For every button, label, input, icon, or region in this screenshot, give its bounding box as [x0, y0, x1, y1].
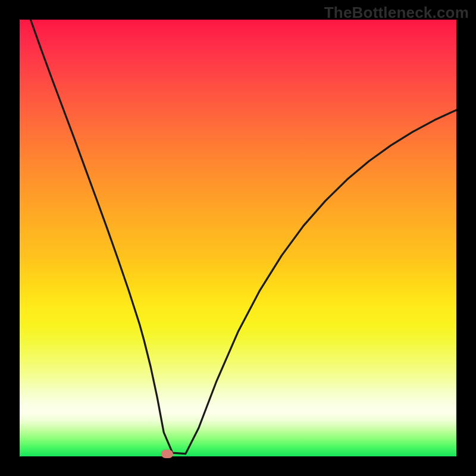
chart-frame: TheBottleneck.com: [0, 0, 476, 476]
plot-area: [20, 20, 456, 456]
bottleneck-curve: [20, 20, 456, 456]
optimum-marker: [161, 450, 173, 458]
